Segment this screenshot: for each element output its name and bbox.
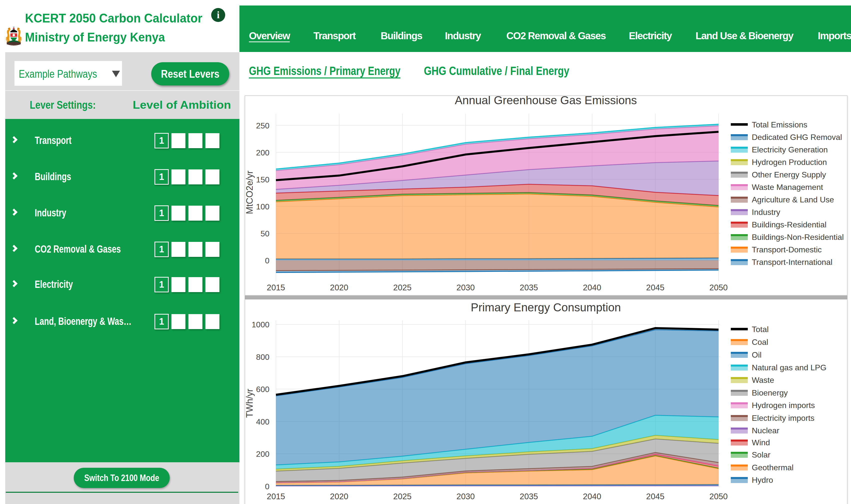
svg-text:Electricity imports: Electricity imports xyxy=(752,414,815,422)
svg-text:150: 150 xyxy=(256,175,269,184)
svg-text:2020: 2020 xyxy=(330,283,348,292)
svg-text:Primary Energy Consumption: Primary Energy Consumption xyxy=(471,301,621,314)
svg-text:Total: Total xyxy=(752,325,769,334)
svg-text:Transport-International: Transport-International xyxy=(752,258,833,267)
svg-text:200: 200 xyxy=(256,450,269,458)
svg-text:2035: 2035 xyxy=(520,492,538,501)
svg-text:2045: 2045 xyxy=(646,492,664,501)
svg-text:Geothermal: Geothermal xyxy=(752,463,794,472)
svg-text:600: 600 xyxy=(256,385,269,394)
svg-text:50: 50 xyxy=(260,229,269,238)
svg-text:2040: 2040 xyxy=(583,492,601,501)
svg-text:2020: 2020 xyxy=(330,492,348,501)
svg-text:Waste: Waste xyxy=(752,376,774,384)
svg-text:0: 0 xyxy=(265,482,269,491)
svg-text:2035: 2035 xyxy=(520,283,538,292)
svg-text:800: 800 xyxy=(256,353,269,362)
svg-text:Industry: Industry xyxy=(752,208,780,217)
svg-text:Oil: Oil xyxy=(752,350,762,359)
svg-text:Bioenergy: Bioenergy xyxy=(752,388,788,397)
svg-text:250: 250 xyxy=(256,121,269,130)
svg-text:2015: 2015 xyxy=(267,492,285,501)
svg-text:Hydrogen Production: Hydrogen Production xyxy=(752,158,827,167)
svg-text:Annual Greenhouse Gas Emission: Annual Greenhouse Gas Emissions xyxy=(455,96,637,107)
svg-text:MtCO2e/yr: MtCO2e/yr xyxy=(245,171,255,214)
svg-text:Waste Management: Waste Management xyxy=(752,183,823,192)
svg-text:Hydro: Hydro xyxy=(752,475,773,485)
svg-text:TWh/yr: TWh/yr xyxy=(245,389,255,418)
svg-text:2030: 2030 xyxy=(456,492,475,501)
svg-text:Nuclear: Nuclear xyxy=(752,426,780,435)
svg-text:Natural gas and LPG: Natural gas and LPG xyxy=(752,363,827,372)
svg-text:400: 400 xyxy=(256,417,269,426)
svg-text:0: 0 xyxy=(265,256,269,265)
svg-text:Agriculture & Land Use: Agriculture & Land Use xyxy=(752,195,834,204)
svg-text:Other Energy Supply: Other Energy Supply xyxy=(752,170,826,179)
svg-text:200: 200 xyxy=(256,148,269,157)
svg-text:2050: 2050 xyxy=(709,492,727,501)
svg-text:Solar: Solar xyxy=(752,450,771,459)
svg-text:Coal: Coal xyxy=(752,338,768,346)
svg-text:Electricity Generation: Electricity Generation xyxy=(752,145,828,154)
svg-text:2050: 2050 xyxy=(709,283,727,292)
svg-text:2025: 2025 xyxy=(393,492,411,501)
svg-text:Dedicated GHG Removal: Dedicated GHG Removal xyxy=(752,133,842,142)
svg-text:Total Emissions: Total Emissions xyxy=(752,120,807,129)
svg-text:2015: 2015 xyxy=(267,283,285,292)
svg-text:2030: 2030 xyxy=(456,283,475,292)
svg-text:2025: 2025 xyxy=(393,283,411,292)
svg-text:2040: 2040 xyxy=(583,283,601,292)
svg-text:Transport-Domestic: Transport-Domestic xyxy=(752,245,822,254)
svg-text:100: 100 xyxy=(256,202,269,211)
svg-text:Wind: Wind xyxy=(752,438,770,447)
svg-text:Buildings-Residential: Buildings-Residential xyxy=(752,220,827,229)
svg-text:2045: 2045 xyxy=(646,283,664,292)
svg-text:1000: 1000 xyxy=(252,320,269,329)
svg-text:Buildings-Non-Residential: Buildings-Non-Residential xyxy=(752,233,844,241)
svg-text:Hydrogen imports: Hydrogen imports xyxy=(752,401,815,410)
